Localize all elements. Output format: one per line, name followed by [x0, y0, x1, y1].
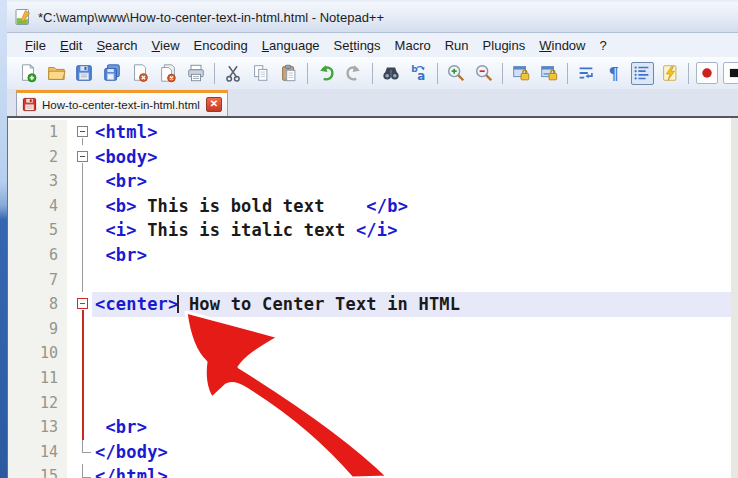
code-line: 13 <br> [8, 415, 731, 440]
code-line: 2<body> [8, 145, 731, 170]
zoom-in-button[interactable] [445, 62, 468, 85]
menu-item-encoding[interactable]: Encoding [187, 35, 255, 56]
sync-vertical-scroll-button[interactable] [510, 62, 533, 85]
code-line: 12 [8, 391, 731, 416]
find-button[interactable] [380, 62, 403, 85]
menu-item-view[interactable]: View [145, 35, 187, 56]
window-title: *C:\wamp\www\How-to-center-text-in-html.… [38, 10, 384, 25]
code-text[interactable]: <br> [92, 169, 731, 194]
code-text[interactable] [92, 268, 731, 293]
fold-margin [67, 391, 92, 416]
close-all-button[interactable] [157, 62, 180, 85]
code-text[interactable]: <b> This is bold text </b> [92, 194, 731, 219]
sync-horizontal-scroll-button[interactable] [538, 62, 561, 85]
menu-item-search[interactable]: Search [89, 35, 144, 56]
menu-item-help[interactable]: ? [592, 35, 613, 56]
code-text[interactable]: </body> [92, 440, 731, 465]
stop-macro-button[interactable] [723, 62, 738, 84]
tab-close-icon[interactable]: ✕ [206, 97, 222, 112]
code-text[interactable]: <html> [92, 120, 731, 145]
fold-margin [67, 145, 92, 170]
code-line: 10 [8, 341, 731, 366]
line-number: 15 [8, 464, 67, 478]
fold-guide-line [82, 169, 83, 194]
cut-button[interactable] [222, 62, 245, 85]
fold-guide-line [82, 243, 83, 268]
undo-button[interactable] [315, 62, 338, 85]
close-all-icon [158, 63, 178, 83]
code-text[interactable]: </html> [92, 464, 731, 478]
zoom-out-button[interactable] [473, 62, 496, 85]
fold-end-tick [82, 452, 91, 453]
save-file-button[interactable] [73, 62, 96, 85]
window-left-border [0, 0, 7, 478]
fold-guide-line-highlighted [82, 391, 84, 416]
fold-guide-line-highlighted [82, 317, 84, 342]
code-line: 4 <b> This is bold text </b> [8, 194, 731, 219]
code-text[interactable]: <i> This is italic text </i> [92, 218, 731, 243]
code-text[interactable] [92, 341, 731, 366]
line-number: 4 [8, 194, 67, 219]
line-number: 3 [8, 169, 67, 194]
fold-margin [67, 415, 92, 440]
title-bar[interactable]: *C:\wamp\www\How-to-center-text-in-html.… [7, 0, 738, 33]
function-list-icon [660, 63, 680, 83]
line-number: 13 [8, 415, 67, 440]
code-text[interactable]: <body> [92, 145, 731, 170]
copy-button[interactable] [250, 62, 273, 85]
copy-icon [251, 63, 271, 83]
menu-item-settings[interactable]: Settings [327, 35, 388, 56]
redo-button[interactable] [343, 62, 366, 85]
fold-margin [67, 268, 92, 293]
menu-item-macro[interactable]: Macro [388, 35, 438, 56]
code-text[interactable]: <center> How to Center Text in HTML [92, 292, 731, 317]
menu-item-run[interactable]: Run [438, 35, 476, 56]
toolbar-separator [307, 63, 308, 84]
fold-guide-line [82, 194, 83, 219]
line-number: 11 [8, 366, 67, 391]
show-all-characters-icon: ¶ [604, 63, 624, 83]
new-file-button[interactable] [17, 62, 40, 85]
code-text[interactable] [92, 366, 731, 391]
function-list-button[interactable] [659, 62, 682, 85]
show-all-characters-button[interactable]: ¶ [603, 62, 626, 85]
editor-pane[interactable]: 1<html>2<body>3 <br>4 <b> This is bold t… [7, 118, 731, 478]
word-wrap-button[interactable] [575, 62, 598, 85]
fold-marker-open-highlighted[interactable] [77, 298, 88, 309]
save-all-button[interactable] [101, 62, 124, 85]
code-text[interactable] [92, 391, 731, 416]
toolbar-separator [688, 63, 689, 84]
fold-margin [67, 366, 92, 391]
fold-margin [67, 440, 92, 465]
code-text[interactable]: <br> [92, 243, 731, 268]
menu-item-edit[interactable]: Edit [53, 35, 89, 56]
fold-marker-open[interactable] [77, 151, 88, 162]
menu-item-file[interactable]: File [18, 35, 53, 56]
line-number: 9 [8, 317, 67, 342]
print-button[interactable] [185, 62, 208, 85]
show-indent-guide-icon [632, 63, 652, 83]
toolbar-separator [567, 63, 568, 84]
tab-how-to-center-text-in-html[interactable]: How-to-center-text-in-html.html ✕ [16, 90, 228, 116]
code-line: 7 [8, 268, 731, 293]
paste-button[interactable] [278, 62, 301, 85]
code-text[interactable]: <br> [92, 415, 731, 440]
show-indent-guide-button[interactable] [631, 62, 654, 85]
text-token: This is italic text [137, 220, 356, 240]
fold-marker-open[interactable] [77, 126, 88, 137]
close-file-icon [130, 63, 150, 83]
replace-button[interactable]: ba [408, 62, 431, 85]
new-file-icon [18, 63, 38, 83]
open-file-button[interactable] [45, 62, 68, 85]
code-rows: 1<html>2<body>3 <br>4 <b> This is bold t… [8, 120, 731, 478]
fold-margin [67, 120, 92, 145]
code-text[interactable] [92, 317, 731, 342]
menu-item-plugins[interactable]: Plugins [476, 35, 533, 56]
line-number: 6 [8, 243, 67, 268]
menu-item-language[interactable]: Language [255, 35, 327, 56]
record-macro-button[interactable] [696, 62, 718, 84]
word-wrap-icon [576, 63, 596, 83]
toolbar: ba¶ [7, 57, 738, 90]
menu-item-window[interactable]: Window [532, 35, 592, 56]
close-file-button[interactable] [129, 62, 152, 85]
